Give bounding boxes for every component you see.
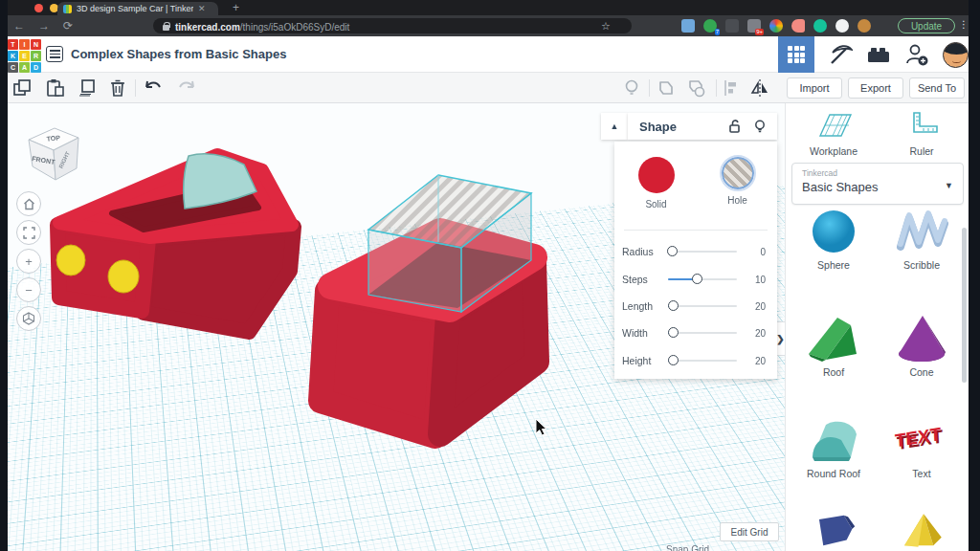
- group-icon[interactable]: [657, 78, 676, 98]
- ungroup-icon[interactable]: [687, 78, 706, 98]
- tab-close-icon[interactable]: ✕: [198, 5, 206, 13]
- blocks-view-button[interactable]: [778, 36, 814, 73]
- brick-icon[interactable]: [866, 44, 891, 65]
- solid-option[interactable]: Solid: [638, 149, 675, 209]
- extension-icon[interactable]: [813, 19, 827, 33]
- shape-panel-body: Solid Hole Radius 0 Steps 10 Length 20 W…: [614, 142, 777, 379]
- car-headlight-right[interactable]: [108, 260, 139, 293]
- import-button[interactable]: Import: [787, 77, 842, 99]
- slider-value[interactable]: 20: [737, 356, 766, 366]
- height-slider[interactable]: [668, 360, 737, 362]
- copy-icon[interactable]: [12, 78, 32, 98]
- chevron-down-icon: ▼: [945, 181, 953, 190]
- slider-value[interactable]: 20: [737, 301, 766, 312]
- extension-icon[interactable]: 7: [703, 19, 717, 33]
- extensions-puzzle-icon[interactable]: [835, 19, 849, 33]
- view-cube[interactable]: TOP FRONT RIGHT: [19, 121, 86, 189]
- extension-icon[interactable]: [725, 19, 739, 33]
- new-tab-button[interactable]: +: [233, 1, 239, 14]
- slider-label: Length: [622, 300, 668, 312]
- length-slider[interactable]: [668, 305, 737, 307]
- shape-panel-collapse-button[interactable]: ▲: [601, 113, 628, 140]
- shape-item-sphere[interactable]: Sphere: [788, 209, 880, 271]
- user-avatar[interactable]: [943, 42, 969, 68]
- sphere-icon: [805, 209, 862, 256]
- width-slider[interactable]: [668, 332, 737, 334]
- solid-color-swatch[interactable]: [638, 157, 675, 193]
- fit-view-button[interactable]: [16, 220, 41, 245]
- box-model[interactable]: [321, 175, 537, 436]
- shape-item-partial-pyramid[interactable]: [876, 510, 968, 551]
- hole-swatch[interactable]: [722, 157, 754, 189]
- hide-lightbulb-icon[interactable]: [752, 119, 768, 134]
- shape-item-text[interactable]: TEXT TEXT Text: [876, 411, 968, 479]
- slider-value[interactable]: 20: [737, 328, 766, 339]
- tinkercad-favicon: [63, 5, 72, 13]
- slider-handle[interactable]: [668, 327, 679, 338]
- edit-toolbar: Import Export Send To: [0, 73, 980, 103]
- back-icon[interactable]: ←: [13, 19, 25, 33]
- delete-icon[interactable]: [108, 78, 127, 98]
- car-model[interactable]: [56, 154, 294, 332]
- close-window-button[interactable]: [34, 4, 43, 12]
- extension-icon[interactable]: 9+: [747, 19, 761, 33]
- export-button[interactable]: Export: [848, 77, 903, 99]
- browser-tab[interactable]: 3D design Sample Car | Tinker ✕: [57, 2, 218, 15]
- shape-label: Sphere: [817, 259, 850, 271]
- extension-icon[interactable]: [681, 19, 695, 33]
- app-window: 3D design Sample Car | Tinker ✕ + ← → ⟳ …: [0, 0, 980, 551]
- extension-icon[interactable]: [791, 19, 805, 33]
- browser-tab-bar: 3D design Sample Car | Tinker ✕ +: [0, 0, 980, 15]
- tinkercad-logo[interactable]: T I N K E R C A D: [8, 39, 41, 73]
- ruler-tool[interactable]: Ruler: [876, 111, 968, 157]
- shape-item-roof[interactable]: Roof: [788, 312, 880, 378]
- slider-value[interactable]: 0: [737, 247, 766, 257]
- slider-handle[interactable]: [667, 246, 678, 256]
- shape-item-scribble[interactable]: Scribble: [876, 209, 968, 271]
- chrome-update-button[interactable]: Update: [898, 18, 955, 33]
- profile-avatar-icon[interactable]: [858, 19, 871, 33]
- workplane-tool[interactable]: Workplane: [788, 111, 880, 157]
- send-to-button[interactable]: Send To: [909, 77, 965, 99]
- sidebar-scrollbar[interactable]: [962, 228, 967, 383]
- slider-value[interactable]: 10: [737, 275, 766, 285]
- home-view-button[interactable]: [16, 191, 41, 216]
- add-collaborator-icon[interactable]: [904, 42, 929, 67]
- browser-menu-icon[interactable]: ⋮: [959, 19, 969, 30]
- show-all-lightbulb-icon[interactable]: [622, 78, 641, 98]
- snap-grid-label[interactable]: Snap Grid: [666, 544, 709, 551]
- align-icon[interactable]: [722, 78, 741, 98]
- perspective-toggle-button[interactable]: [16, 306, 41, 331]
- url-path: /things/i5aOkD66SyD/edit: [240, 22, 350, 33]
- shape-panel-header: Shape: [628, 113, 777, 140]
- shape-item-partial-polygon[interactable]: [788, 510, 880, 551]
- car-headlight-left[interactable]: [56, 245, 85, 276]
- reload-icon[interactable]: ⟳: [63, 19, 73, 33]
- paste-icon[interactable]: [45, 78, 64, 98]
- slider-handle[interactable]: [692, 274, 702, 284]
- slider-handle[interactable]: [668, 300, 679, 311]
- bookmark-star-icon[interactable]: ☆: [601, 20, 611, 33]
- mirror-icon[interactable]: [750, 78, 769, 98]
- design-menu-icon[interactable]: [46, 46, 63, 62]
- radius-slider[interactable]: [668, 251, 737, 253]
- dropdown-category: Tinkercad: [802, 168, 837, 178]
- shape-category-dropdown[interactable]: Tinkercad Basic Shapes ▼: [791, 163, 964, 205]
- zoom-in-button[interactable]: +: [16, 249, 41, 274]
- unlock-icon[interactable]: [727, 119, 743, 134]
- undo-icon[interactable]: [144, 78, 163, 98]
- minecraft-pickaxe-icon[interactable]: [828, 42, 853, 67]
- shape-item-round-roof[interactable]: Round Roof: [788, 411, 880, 479]
- steps-slider[interactable]: [668, 278, 737, 280]
- shape-item-cone[interactable]: Cone: [876, 312, 968, 378]
- duplicate-icon[interactable]: [78, 78, 97, 98]
- zoom-out-button[interactable]: −: [16, 277, 41, 302]
- address-bar[interactable]: tinkercad.com/things/i5aOkD66SyD/edit: [153, 18, 632, 33]
- forward-icon[interactable]: →: [38, 19, 50, 33]
- edit-grid-button[interactable]: Edit Grid: [720, 522, 779, 541]
- shapes-sidebar: Workplane Ruler Tinkercad Basic Shapes ▼…: [785, 103, 969, 551]
- extension-icon[interactable]: [769, 19, 783, 33]
- hole-option[interactable]: Hole: [722, 149, 754, 209]
- slider-handle[interactable]: [668, 355, 679, 365]
- redo-icon[interactable]: [177, 78, 196, 98]
